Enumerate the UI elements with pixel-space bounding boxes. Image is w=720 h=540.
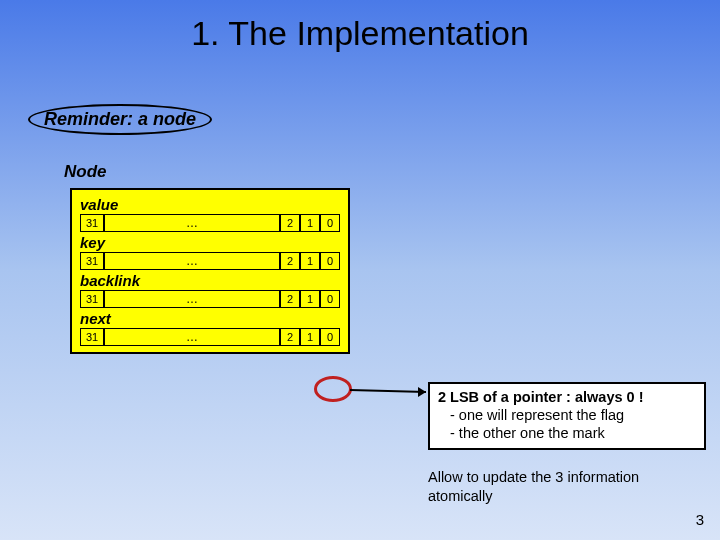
bitfield-row: 31 … 2 1 0 bbox=[80, 328, 340, 346]
field-label: value bbox=[80, 196, 340, 213]
bit-mid: … bbox=[104, 253, 280, 269]
field-key: key 31 … 2 1 0 bbox=[80, 234, 340, 270]
bitfield-row: 31 … 2 1 0 bbox=[80, 252, 340, 270]
field-value: value 31 … 2 1 0 bbox=[80, 196, 340, 232]
bit-31: 31 bbox=[80, 253, 104, 269]
field-next: next 31 … 2 1 0 bbox=[80, 310, 340, 346]
bit-0: 0 bbox=[320, 329, 340, 345]
bit-1: 1 bbox=[300, 215, 320, 231]
bit-1: 1 bbox=[300, 291, 320, 307]
field-label: key bbox=[80, 234, 340, 251]
reminder-callout: Reminder: a node bbox=[28, 104, 212, 135]
bit-31: 31 bbox=[80, 215, 104, 231]
bitfield-row: 31 … 2 1 0 bbox=[80, 214, 340, 232]
bit-0: 0 bbox=[320, 253, 340, 269]
bit-0: 0 bbox=[320, 291, 340, 307]
field-label: backlink bbox=[80, 272, 340, 289]
bitfield-row: 31 … 2 1 0 bbox=[80, 290, 340, 308]
node-heading: Node bbox=[64, 162, 107, 182]
bit-1: 1 bbox=[300, 253, 320, 269]
node-structure: value 31 … 2 1 0 key 31 … 2 1 0 backlink… bbox=[70, 188, 350, 354]
svg-marker-1 bbox=[418, 387, 426, 397]
bit-mid: … bbox=[104, 329, 280, 345]
note-line: - one will represent the flag bbox=[438, 406, 696, 424]
bit-2: 2 bbox=[280, 329, 300, 345]
field-backlink: backlink 31 … 2 1 0 bbox=[80, 272, 340, 308]
lsb-note: 2 LSB of a pointer : always 0 ! - one wi… bbox=[428, 382, 706, 450]
note-line: - the other one the mark bbox=[438, 424, 696, 442]
page-number: 3 bbox=[696, 511, 704, 528]
bit-0: 0 bbox=[320, 215, 340, 231]
note-line: 2 LSB of a pointer : always 0 ! bbox=[438, 388, 696, 406]
bit-31: 31 bbox=[80, 329, 104, 345]
bit-1: 1 bbox=[300, 329, 320, 345]
bit-mid: … bbox=[104, 291, 280, 307]
allow-note: Allow to update the 3 information atomic… bbox=[428, 468, 706, 506]
arrow-icon bbox=[346, 378, 436, 408]
bit-2: 2 bbox=[280, 291, 300, 307]
bit-mid: … bbox=[104, 215, 280, 231]
bit-2: 2 bbox=[280, 215, 300, 231]
svg-line-0 bbox=[350, 390, 426, 392]
bit-31: 31 bbox=[80, 291, 104, 307]
highlight-circle-icon bbox=[314, 376, 352, 402]
field-label: next bbox=[80, 310, 340, 327]
bit-2: 2 bbox=[280, 253, 300, 269]
slide-title: 1. The Implementation bbox=[0, 0, 720, 53]
